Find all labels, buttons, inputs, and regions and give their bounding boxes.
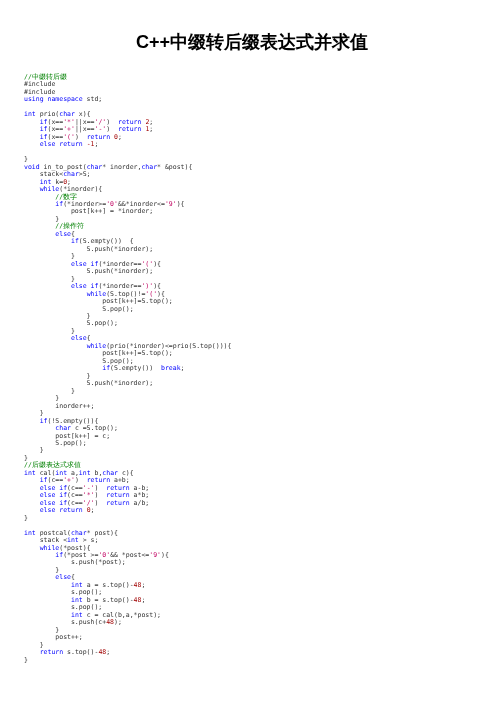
code-line: } [24,388,480,395]
code-line: post++; [24,634,480,641]
code-line: void in_to_post(char* inorder,char* &pos… [24,164,480,171]
code-line [24,149,480,156]
code-line: } [24,328,480,335]
code-line: inorder++; [24,403,480,410]
code-line: //中缀转后缀 [24,74,480,81]
code-line: s.push(c+48); [24,619,480,626]
code-line: stack <int > s; [24,537,480,544]
code-line: S.push(*inorder); [24,268,480,275]
code-line: post[k++] = *inorder; [24,208,480,215]
code-line: if(S.empty()) break; [24,365,480,372]
code-line: S.pop(); [24,440,480,447]
code-line: } [24,455,480,462]
code-line: s.push(*post); [24,559,480,566]
code-block: //中缀转后缀#include#includeusing namespace s… [24,74,480,664]
code-line: else return 0; [24,507,480,514]
code-line: S.push(*inorder); [24,246,480,253]
code-line: S.pop(); [24,306,480,313]
code-line: while(*inorder){ [24,186,480,193]
code-line: return s.top()-48; [24,649,480,656]
code-line: } [24,216,480,223]
code-line: } [24,627,480,634]
code-line: //操作符 [24,223,480,230]
code-line: } [24,567,480,574]
code-line: S.push(*inorder); [24,380,480,387]
code-line [24,104,480,111]
code-line: else return -1; [24,141,480,148]
code-line: } [24,447,480,454]
code-line: #include [24,81,480,88]
code-line: post[k++] = c; [24,433,480,440]
page-title: C++中缀转后缀表达式并求值 [24,30,480,54]
code-line: stack<char>S; [24,171,480,178]
code-line: } [24,657,480,664]
code-line: S.pop(); [24,320,480,327]
code-line: using namespace std; [24,96,480,103]
code-line: } [24,515,480,522]
